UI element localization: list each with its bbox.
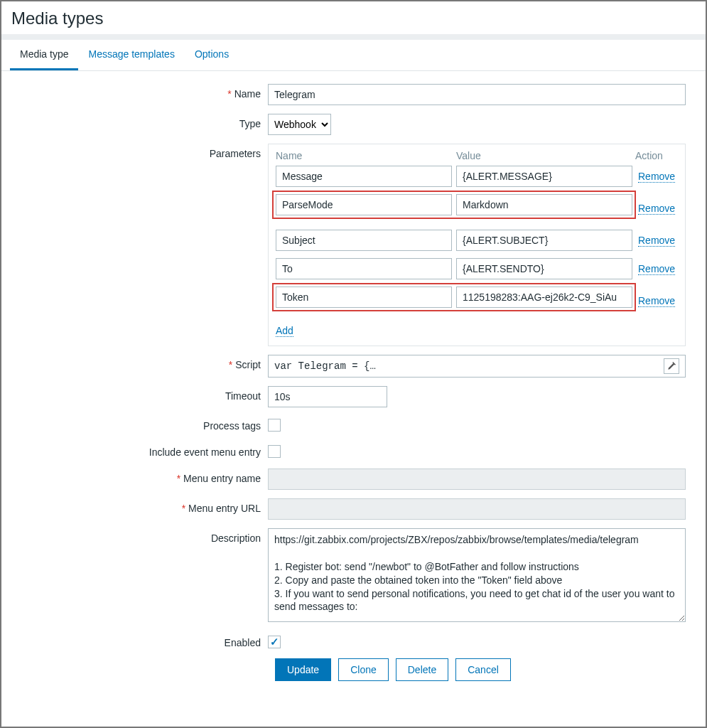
pencil-icon[interactable] [664, 358, 679, 374]
script-box[interactable]: var Telegram = {… [268, 355, 686, 378]
label-type: Type [1, 114, 268, 129]
param-name-input[interactable] [276, 258, 452, 279]
label-parameters: Parameters [1, 144, 268, 159]
label-script: Script [1, 355, 268, 370]
include-event-menu-checkbox[interactable] [268, 445, 281, 458]
menu-entry-name-input [268, 469, 686, 490]
param-value-input[interactable] [456, 258, 632, 279]
remove-link[interactable]: Remove [638, 263, 675, 275]
param-row: Remove [276, 194, 678, 223]
parameters-box: Name Value Action Remove [268, 144, 686, 346]
delete-button[interactable]: Delete [396, 658, 448, 681]
label-process-tags: Process tags [1, 416, 268, 432]
param-name-input[interactable] [276, 287, 452, 308]
label-menu-entry-name: Menu entry name [1, 469, 268, 484]
param-value-input[interactable] [456, 230, 632, 251]
params-header-name: Name [276, 150, 456, 161]
button-row: Update Clone Delete Cancel [275, 658, 691, 681]
label-enabled: Enabled [1, 633, 268, 648]
timeout-input[interactable] [268, 386, 387, 407]
label-include-event-menu: Include event menu entry [1, 442, 268, 458]
type-select[interactable]: Webhook [268, 114, 331, 135]
enabled-checkbox[interactable] [268, 636, 281, 648]
params-header-action: Action [635, 150, 678, 161]
cancel-button[interactable]: Cancel [455, 658, 511, 681]
label-timeout: Timeout [1, 386, 268, 402]
param-name-input[interactable] [276, 194, 452, 215]
tab-media-type[interactable]: Media type [10, 40, 78, 70]
highlight-box [272, 283, 636, 311]
menu-entry-url-input [268, 498, 686, 520]
param-name-input[interactable] [276, 166, 452, 187]
description-textarea[interactable] [268, 528, 686, 622]
label-menu-entry-url: Menu entry URL [1, 498, 268, 514]
param-row: Remove [276, 230, 678, 251]
tab-message-templates[interactable]: Message templates [78, 40, 184, 70]
param-row: Remove [276, 166, 678, 187]
update-button[interactable]: Update [275, 658, 331, 681]
param-value-input[interactable] [456, 166, 632, 187]
clone-button[interactable]: Clone [338, 658, 389, 681]
highlight-box [272, 191, 636, 219]
tabs: Media type Message templates Options [1, 40, 706, 71]
label-name: Name [1, 84, 268, 100]
remove-link[interactable]: Remove [638, 295, 675, 307]
name-input[interactable] [268, 84, 686, 105]
params-header-value: Value [456, 150, 635, 161]
param-row: Remove [276, 258, 678, 279]
label-description: Description [1, 528, 268, 544]
header-divider [1, 34, 706, 40]
tab-options[interactable]: Options [185, 40, 239, 70]
param-value-input[interactable] [456, 287, 632, 308]
remove-link[interactable]: Remove [638, 203, 675, 215]
param-row: Remove [276, 287, 678, 315]
remove-link[interactable]: Remove [638, 235, 675, 247]
page-title: Media types [1, 1, 706, 34]
param-name-input[interactable] [276, 230, 452, 251]
param-value-input[interactable] [456, 194, 632, 215]
process-tags-checkbox[interactable] [268, 419, 281, 432]
remove-link[interactable]: Remove [638, 171, 675, 183]
script-preview: var Telegram = {… [274, 360, 376, 372]
add-parameter-link[interactable]: Add [276, 325, 293, 337]
